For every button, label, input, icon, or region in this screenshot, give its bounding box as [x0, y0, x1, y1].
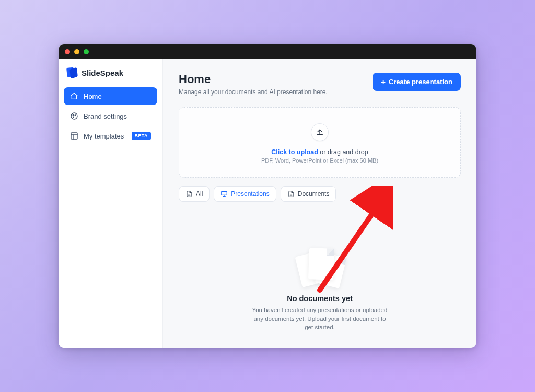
- content-tabs: All Presentations Documents: [179, 186, 461, 202]
- sidebar-item-home[interactable]: Home: [64, 87, 157, 105]
- sidebar-item-brand-settings[interactable]: Brand settings: [64, 107, 157, 125]
- sidebar: SlideSpeak Home Brand settings My templa…: [59, 59, 163, 348]
- empty-title: No documents yet: [287, 294, 353, 303]
- tab-label: All: [196, 190, 203, 198]
- empty-description: You haven't created any presentations or…: [252, 306, 388, 332]
- svg-point-1: [73, 114, 74, 116]
- tab-presentations[interactable]: Presentations: [214, 186, 276, 202]
- dropzone-hint: PDF, Word, PowerPoint or Excel (max 50 M…: [261, 157, 378, 164]
- dropzone-text: Click to upload or drag and drop: [271, 148, 368, 156]
- svg-point-3: [73, 117, 74, 118]
- window-minimize-button[interactable]: [74, 49, 79, 54]
- page-header: Home Manage all your documents and AI pr…: [179, 73, 461, 96]
- presentation-icon: [220, 190, 228, 198]
- upload-dropzone[interactable]: Click to upload or drag and drop PDF, Wo…: [179, 107, 461, 178]
- sidebar-item-label: Home: [84, 93, 102, 100]
- upload-icon: [311, 123, 329, 141]
- plus-icon: +: [381, 78, 386, 86]
- svg-point-0: [71, 113, 77, 119]
- tab-documents[interactable]: Documents: [281, 186, 336, 202]
- home-icon: [70, 92, 78, 100]
- brand-name: SlideSpeak: [82, 68, 123, 77]
- document-icon: [185, 190, 193, 198]
- svg-point-2: [75, 115, 76, 116]
- titlebar: [59, 44, 476, 59]
- sidebar-nav: Home Brand settings My templates BETA: [64, 87, 157, 145]
- brand-logo[interactable]: SlideSpeak: [64, 67, 157, 78]
- create-presentation-button[interactable]: + Create presentation: [373, 73, 461, 91]
- document-icon: [287, 190, 295, 198]
- tab-label: Presentations: [231, 190, 269, 198]
- svg-rect-4: [71, 133, 77, 139]
- sidebar-item-label: My templates: [84, 132, 124, 140]
- empty-illustration: [296, 248, 343, 285]
- svg-rect-9: [222, 191, 227, 195]
- sidebar-item-my-templates[interactable]: My templates BETA: [64, 127, 157, 145]
- logo-icon: [66, 67, 78, 78]
- sidebar-item-label: Brand settings: [84, 112, 127, 120]
- layout-icon: [70, 132, 78, 140]
- create-button-label: Create presentation: [389, 78, 452, 86]
- tab-all[interactable]: All: [179, 186, 210, 202]
- empty-state: No documents yet You haven't created any…: [179, 202, 461, 337]
- page-subtitle: Manage all your documents and AI present…: [179, 88, 328, 96]
- page-title: Home: [179, 73, 328, 86]
- app-window: SlideSpeak Home Brand settings My templa…: [59, 44, 476, 348]
- beta-badge: BETA: [132, 132, 151, 140]
- click-to-upload-link[interactable]: Click to upload: [271, 148, 318, 156]
- main-content: Home Manage all your documents and AI pr…: [163, 59, 476, 348]
- tab-label: Documents: [298, 190, 330, 198]
- window-zoom-button[interactable]: [84, 49, 89, 54]
- window-close-button[interactable]: [65, 49, 70, 54]
- palette-icon: [70, 112, 78, 120]
